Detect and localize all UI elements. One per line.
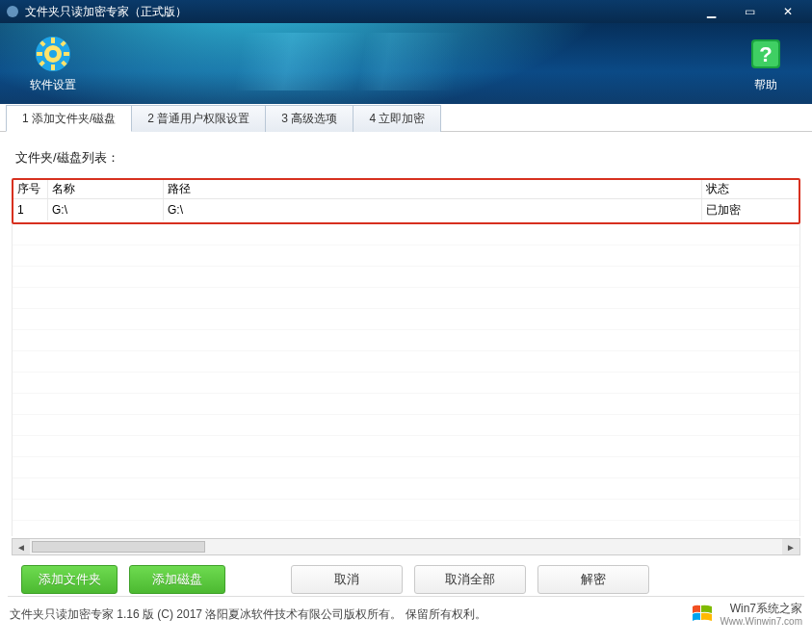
cell-index: 1 xyxy=(13,199,48,220)
brand: Win7系统之家 Www.Winwin7.com xyxy=(691,603,802,627)
scroll-right-icon[interactable]: ► xyxy=(782,539,799,554)
scroll-left-icon[interactable]: ◄ xyxy=(13,539,30,554)
window-title: 文件夹只读加密专家（正式版） xyxy=(25,4,696,20)
help-icon: ? xyxy=(747,35,785,73)
cell-name: G:\ xyxy=(48,199,164,220)
svg-rect-5 xyxy=(51,64,55,70)
cancel-button[interactable]: 取消 xyxy=(291,565,403,594)
settings-label: 软件设置 xyxy=(30,77,76,93)
decrypt-button[interactable]: 解密 xyxy=(537,565,649,594)
tab-bar: 1 添加文件夹/磁盘 2 普通用户权限设置 3 高级选项 4 立即加密 xyxy=(0,104,812,132)
svg-rect-4 xyxy=(51,38,55,43)
minimize-button[interactable]: ▁ xyxy=(696,4,725,19)
brand-subtitle: Www.Winwin7.com xyxy=(720,616,802,627)
scroll-thumb[interactable] xyxy=(32,541,205,553)
tab-label: 4 立即加密 xyxy=(369,111,425,127)
horizontal-scrollbar[interactable]: ◄ ► xyxy=(12,538,800,555)
help-label: 帮助 xyxy=(754,77,777,93)
windows-flag-icon xyxy=(691,603,714,627)
add-folder-button[interactable]: 添加文件夹 xyxy=(21,565,118,594)
content-area: 文件夹/磁盘列表： 序号 名称 路径 状态 1 G:\ G:\ 已加密 ◄ ► … xyxy=(0,132,812,584)
status-bar: 文件夹只读加密专家 1.16 版 (C) 2017 洛阳夏冰软件技术有限公司版权… xyxy=(0,597,812,632)
tab-label: 3 高级选项 xyxy=(281,111,337,127)
table-header: 序号 名称 路径 状态 xyxy=(13,180,799,199)
table-empty-area xyxy=(12,224,800,536)
add-disk-button[interactable]: 添加磁盘 xyxy=(129,565,225,594)
col-status[interactable]: 状态 xyxy=(702,180,799,198)
svg-point-3 xyxy=(49,50,57,58)
svg-text:?: ? xyxy=(759,42,772,66)
copyright-text: 文件夹只读加密专家 1.16 版 (C) 2017 洛阳夏冰软件技术有限公司版权… xyxy=(10,606,486,623)
col-name[interactable]: 名称 xyxy=(48,180,164,198)
button-row: 添加文件夹 添加磁盘 取消 取消全部 解密 xyxy=(12,555,800,594)
tab-user-permissions[interactable]: 2 普通用户权限设置 xyxy=(132,105,266,132)
tab-label: 1 添加文件夹/磁盘 xyxy=(22,111,116,127)
tab-label: 2 普通用户权限设置 xyxy=(147,111,249,127)
tab-advanced-options[interactable]: 3 高级选项 xyxy=(266,105,354,132)
close-button[interactable]: ✕ xyxy=(773,4,802,19)
table-highlight-frame: 序号 名称 路径 状态 1 G:\ G:\ 已加密 xyxy=(12,178,800,224)
svg-point-0 xyxy=(7,6,18,17)
title-bar: 文件夹只读加密专家（正式版） ▁ ▭ ✕ xyxy=(0,0,812,23)
settings-button[interactable]: 软件设置 xyxy=(10,35,96,93)
svg-rect-7 xyxy=(64,52,69,56)
col-index[interactable]: 序号 xyxy=(13,180,48,198)
help-button[interactable]: ? 帮助 xyxy=(747,35,785,93)
tab-encrypt-now[interactable]: 4 立即加密 xyxy=(354,105,441,132)
tab-add-folder-disk[interactable]: 1 添加文件夹/磁盘 xyxy=(6,105,132,132)
cancel-all-button[interactable]: 取消全部 xyxy=(414,565,526,594)
cell-path: G:\ xyxy=(164,199,702,220)
svg-rect-6 xyxy=(37,52,42,56)
gear-icon xyxy=(34,35,72,73)
toolbar: 软件设置 ? 帮助 xyxy=(0,23,812,104)
col-path[interactable]: 路径 xyxy=(164,180,702,198)
list-label: 文件夹/磁盘列表： xyxy=(15,149,800,167)
brand-title: Win7系统之家 xyxy=(730,603,802,615)
app-icon xyxy=(6,5,19,18)
cell-status: 已加密 xyxy=(702,199,799,220)
maximize-button[interactable]: ▭ xyxy=(735,4,764,19)
scroll-track[interactable] xyxy=(30,539,782,554)
table-row[interactable]: 1 G:\ G:\ 已加密 xyxy=(13,199,799,220)
